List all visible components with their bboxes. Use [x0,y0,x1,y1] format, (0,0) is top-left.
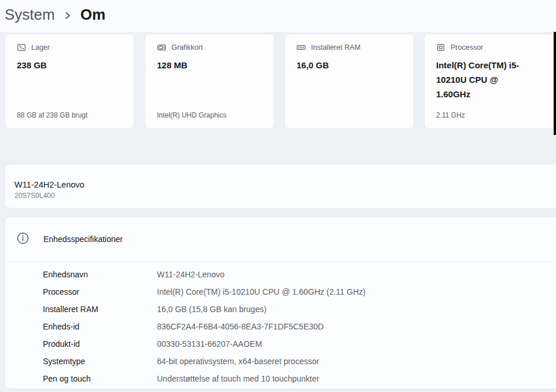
graphics-card-value: 128 MB [157,58,264,72]
spec-value: 836CF2A4-F6B4-4056-8EA3-7F1DF5C5E30D [157,322,324,331]
storage-card: Lager 238 GB 88 GB af 238 GB brugt [5,34,134,129]
processor-card-label: Processor [451,43,483,52]
ram-card-label: Installeret RAM [311,43,360,52]
spec-rows: Enhedsnavn W11-24H2-Lenovo Processor Int… [43,266,554,387]
graphics-card: Grafikkort 128 MB Intel(R) UHD Graphics [145,34,275,129]
spec-label: Pen og touch [43,374,157,383]
device-specifications-header[interactable]: Enhedsspecifikationer [5,217,556,261]
processor-card-subtext: 2.11 GHz [436,111,465,119]
storage-card-label: Lager [31,43,50,52]
device-model: 20S7S0L400 [14,192,54,200]
processor-card-value: Intel(R) Core(TM) i5-10210U CPU @ 1.60GH… [436,58,528,101]
settings-about-page: System Om Lager 238 GB 88 GB af 238 GB b… [0,0,556,392]
spec-value: 16,0 GB (15,8 GB kan bruges) [157,305,266,314]
spec-label: Processor [43,287,157,296]
spec-label: Installeret RAM [43,305,157,314]
storage-card-subtext: 88 GB af 238 GB brugt [17,111,87,119]
spec-value: Intel(R) Core(TM) i5-10210U CPU @ 1.60GH… [157,287,365,296]
spec-label: Enheds-id [43,322,157,331]
spec-value: 64-bit operativsystem, x64-baseret proce… [157,357,319,366]
spec-row-pen-touch: Pen og touch Understøttelse af touch med… [43,370,554,387]
cpu-icon [436,43,445,52]
device-specifications-title: Enhedsspecifikationer [43,235,123,244]
spec-row-system-type: Systemtype 64-bit operativsystem, x64-ba… [43,353,554,370]
spec-row-device-id: Enheds-id 836CF2A4-F6B4-4056-8EA3-7F1DF5… [43,318,554,335]
page-title: Om [81,6,105,24]
spec-row-device-name: Enhedsnavn W11-24H2-Lenovo [43,266,554,283]
device-name-card: W11-24H2-Lenovo 20S7S0L400 [5,164,556,208]
device-name: W11-24H2-Lenovo [14,180,85,189]
spec-label: Enhedsnavn [43,270,157,279]
spec-value: 00330-53131-66207-AAOEM [157,339,262,349]
breadcrumb: System Om [5,3,105,26]
graphics-card-subtext: Intel(R) UHD Graphics [157,111,226,119]
spec-row-processor: Processor Intel(R) Core(TM) i5-10210U CP… [43,283,554,301]
spec-value: W11-24H2-Lenovo [157,270,224,279]
ram-card: Installeret RAM 16,0 GB [284,34,414,129]
device-specifications-card: Enhedsspecifikationer Enhedsnavn W11-24H… [5,217,556,389]
graphics-card-label: Grafikkort [171,43,203,52]
spec-row-installed-ram: Installeret RAM 16,0 GB (15,8 GB kan bru… [43,301,554,318]
ram-icon [297,43,306,52]
chevron-right-icon [65,11,71,20]
spec-label: Produkt-id [43,339,157,349]
spec-row-product-id: Produkt-id 00330-53131-66207-AAOEM [43,335,554,353]
screen-edge-strip [554,32,556,135]
spec-label: Systemtype [43,357,157,366]
storage-icon [17,43,26,52]
info-icon [17,232,29,247]
ram-card-value: 16,0 GB [297,58,403,72]
divider [5,261,556,262]
breadcrumb-system[interactable]: System [5,6,55,24]
processor-card: Processor Intel(R) Core(TM) i5-10210U CP… [424,34,554,129]
storage-card-value: 238 GB [17,58,123,72]
spec-value: Understøttelse af touch med 10 touchpunk… [157,374,319,383]
gpu-icon [157,43,166,52]
